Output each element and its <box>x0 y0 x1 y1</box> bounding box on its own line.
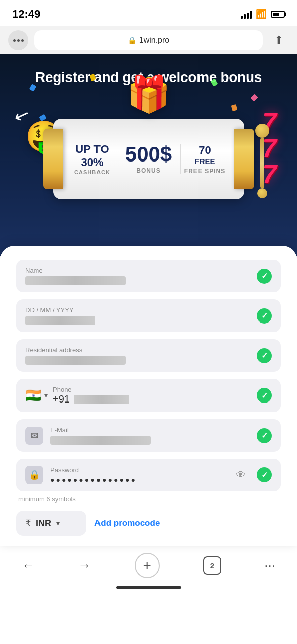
address-check-icon: ✓ <box>257 348 272 363</box>
name-field[interactable]: Name ✓ <box>16 260 281 292</box>
cashback-percent: UP TO 30% <box>68 143 117 169</box>
min-symbols-hint: minimum 6 symbols <box>16 495 281 503</box>
back-button[interactable]: ← <box>12 553 45 577</box>
freespins-slot: 70 FREE FREE SPINS <box>181 144 229 175</box>
dots-icon <box>13 39 24 42</box>
slot-machine: 🤑 777 🎁 UP TO 30% CASHBACK 500$ BONUS <box>10 94 287 224</box>
drum-container: UP TO 30% CASHBACK 500$ BONUS 70 FREE FR… <box>48 109 249 209</box>
email-value-blur <box>50 436 151 445</box>
bonus-label: BONUS <box>136 167 160 174</box>
envelope-icon: ✉ <box>25 427 43 445</box>
home-indicator <box>0 582 297 595</box>
email-field-content: E-Mail <box>50 426 250 445</box>
ellipsis-icon: ··· <box>264 557 275 573</box>
add-promocode-button[interactable]: Add promocode <box>94 518 160 528</box>
forward-arrow-icon: → <box>78 557 91 573</box>
status-time: 12:49 <box>12 8 40 21</box>
share-icon: ⬆ <box>274 34 283 47</box>
email-label: E-Mail <box>50 426 250 434</box>
eye-toggle-icon[interactable]: 👁 <box>236 469 246 481</box>
dob-field[interactable]: DD / MM / YYYY ✓ <box>16 299 281 332</box>
tabs-button[interactable]: 2 <box>193 552 231 579</box>
phone-prefix: +91 <box>53 393 70 405</box>
password-field[interactable]: 🔒 Password ●●●●●●●●●●●●●●● 👁 ✓ <box>16 459 281 491</box>
dob-field-content: DD / MM / YYYY <box>25 306 257 325</box>
password-dots: ●●●●●●●●●●●●●●● <box>50 476 229 484</box>
india-flag-icon: 🇮🇳 <box>25 388 41 404</box>
bottom-nav: ← → + 2 ··· <box>0 546 297 582</box>
plus-icon: + <box>135 553 160 578</box>
rupee-icon: ₹ <box>25 518 31 529</box>
phone-number-display: +91 <box>53 393 252 405</box>
phone-content: Phone +91 <box>53 386 252 405</box>
phone-field[interactable]: 🇮🇳 ▾ Phone +91 ✓ <box>16 379 281 412</box>
tab-count-display: 2 <box>203 556 221 575</box>
country-selector[interactable]: 🇮🇳 ▾ <box>25 388 48 404</box>
phone-label: Phone <box>53 386 252 393</box>
currency-selector[interactable]: ₹ INR ▾ <box>16 511 86 536</box>
name-check-icon: ✓ <box>257 269 272 284</box>
url-text: 1win.pro <box>139 36 169 45</box>
battery-icon <box>271 11 285 18</box>
share-button[interactable]: ⬆ <box>269 30 289 50</box>
name-label: Name <box>25 267 257 274</box>
address-field[interactable]: Residential address ✓ <box>16 339 281 372</box>
registration-form: Name ✓ DD / MM / YYYY ✓ Residential addr… <box>0 246 297 546</box>
cashback-label: CASHBACK <box>74 169 110 175</box>
address-value-blur <box>25 356 126 365</box>
forward-button[interactable]: → <box>68 553 101 577</box>
address-label: Residential address <box>25 346 257 354</box>
signal-bars-icon <box>241 10 252 19</box>
status-icons: 📶 <box>241 9 285 20</box>
currency-dropdown-arrow-icon: ▾ <box>56 519 60 527</box>
home-bar <box>116 586 181 589</box>
lock-field-icon: 🔒 <box>25 466 43 484</box>
name-value-blur <box>25 276 126 285</box>
bonus-slot: 500$ BONUS <box>117 144 181 174</box>
url-bar[interactable]: 🔒 1win.pro <box>34 30 263 50</box>
cashback-slot: UP TO 30% CASHBACK <box>68 143 117 175</box>
browser-menu-button[interactable] <box>8 30 28 50</box>
password-check-icon: ✓ <box>257 467 272 482</box>
currency-label: INR <box>36 518 51 529</box>
bonus-amount: 500$ <box>125 144 172 165</box>
dob-check-icon: ✓ <box>257 308 272 324</box>
status-bar: 12:49 📶 <box>0 0 297 26</box>
hero-banner: Register and get a welcome bonus ↙ 🤑 777… <box>0 54 297 256</box>
name-field-content: Name <box>25 267 257 285</box>
lock-icon: 🔒 <box>128 36 136 44</box>
more-button[interactable]: ··· <box>254 553 285 577</box>
password-label: Password <box>50 466 229 474</box>
phone-value-blur <box>74 395 129 404</box>
back-arrow-icon: ← <box>22 557 35 573</box>
spins-label: FREE SPINS <box>184 168 225 175</box>
free-label: FREE <box>194 157 215 166</box>
dob-value-blur <box>25 316 95 325</box>
browser-bar: 🔒 1win.pro ⬆ <box>0 26 297 54</box>
address-field-content: Residential address <box>25 346 257 365</box>
dob-label: DD / MM / YYYY <box>25 306 257 314</box>
country-dropdown-arrow-icon: ▾ <box>44 391 48 399</box>
free-spins-count: 70 <box>199 144 211 157</box>
phone-check-icon: ✓ <box>257 388 272 403</box>
wifi-icon: 📶 <box>256 9 267 20</box>
password-field-content: Password ●●●●●●●●●●●●●●● <box>50 466 229 484</box>
email-field[interactable]: ✉ E-Mail ✓ <box>16 419 281 452</box>
gift-box-icon: 🎁 <box>127 73 170 115</box>
slot-drum: UP TO 30% CASHBACK 500$ BONUS 70 FREE FR… <box>53 119 244 199</box>
slot-handle <box>255 124 269 198</box>
new-tab-button[interactable]: + <box>125 549 170 582</box>
bottom-row: ₹ INR ▾ Add promocode <box>16 511 281 536</box>
email-check-icon: ✓ <box>257 428 272 443</box>
